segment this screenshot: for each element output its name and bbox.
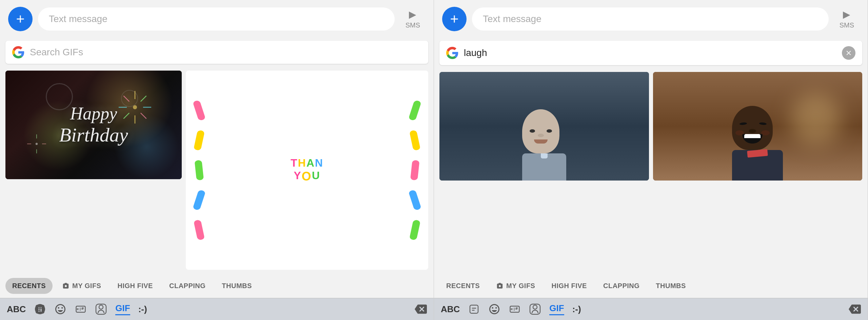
sms-label-right: SMS [840, 21, 854, 29]
svg-point-30 [533, 305, 537, 309]
tab-recents-right[interactable]: RECENTS [439, 278, 487, 294]
bitmoji-key-right[interactable] [529, 303, 541, 315]
tab-high-five-right[interactable]: HIGH FIVE [545, 278, 594, 294]
send-arrow-right: ▶ [843, 9, 850, 20]
backspace-icon-right [849, 303, 861, 315]
smiley-icon-left [54, 303, 66, 315]
message-input-left[interactable]: Text message [38, 7, 395, 31]
svg-line-5 [141, 113, 146, 119]
message-input-right[interactable]: Text message [472, 7, 829, 31]
thank-you-gif[interactable]: THAN YOU [186, 71, 428, 270]
keyboard-row-left: ABC [0, 298, 434, 320]
backspace-key-right[interactable] [849, 303, 861, 315]
google-g-icon-right [446, 47, 458, 59]
smiley-icon-right [488, 303, 500, 315]
camera-icon-right [496, 282, 504, 290]
svg-rect-23 [409, 220, 421, 240]
svg-rect-17 [193, 190, 206, 210]
sticker-key-left[interactable] [34, 303, 46, 315]
svg-rect-20 [409, 130, 421, 151]
send-arrow-left: ▶ [409, 9, 416, 20]
bitmoji-icon-left [95, 303, 107, 315]
sticker-icon-right [468, 303, 480, 315]
svg-rect-16 [195, 160, 204, 180]
gif-grid-right [434, 68, 868, 274]
sms-button-right[interactable]: ▶ SMS [834, 6, 860, 32]
emoticon-key-left[interactable]: :-) [138, 304, 147, 315]
message-placeholder-right: Text message [483, 14, 541, 24]
plus-icon-right [448, 13, 460, 25]
svg-rect-29 [510, 306, 519, 312]
google-g-icon-left [12, 46, 24, 58]
sticker-key-right[interactable] [468, 303, 480, 315]
svg-rect-28 [470, 305, 478, 313]
gif-key-left[interactable]: GIF [115, 303, 130, 315]
svg-point-13 [36, 143, 38, 145]
sticker-icon-left [34, 303, 46, 315]
tab-recents-left[interactable]: RECENTS [5, 278, 53, 294]
add-button-left[interactable] [8, 7, 33, 31]
panel-left: Text message ▶ SMS Search GIFs Happy [0, 0, 434, 320]
top-bar-left: Text message ▶ SMS [0, 0, 434, 38]
emoticon-key-right[interactable]: :-) [572, 304, 581, 315]
plus-icon [14, 13, 26, 25]
bitmoji-key-left[interactable] [95, 303, 107, 315]
gif-sticker-icon-left [75, 303, 87, 315]
svg-rect-15 [194, 130, 205, 151]
close-icon-right [845, 49, 852, 57]
tab-clapping-right[interactable]: CLAPPING [596, 278, 646, 294]
svg-rect-21 [410, 160, 420, 180]
tab-clapping-left[interactable]: CLAPPING [162, 278, 212, 294]
abc-key-left[interactable]: ABC [7, 304, 26, 315]
camera-icon-left [62, 282, 70, 290]
backspace-key-left[interactable] [415, 303, 427, 315]
gif-search-value-right: laugh [464, 48, 836, 58]
gif-sticker-key-right[interactable] [509, 303, 521, 315]
bitmoji-icon-right [529, 303, 541, 315]
emoji-key-left[interactable] [54, 303, 66, 315]
svg-rect-25 [76, 306, 85, 312]
gif-search-bar-right[interactable]: laugh [439, 41, 862, 65]
gif-key-right[interactable]: GIF [549, 303, 564, 315]
gif-small-col-left: THAN YOU [186, 71, 428, 270]
tab-my-gifs-left[interactable]: MY GIFS [55, 278, 108, 294]
gif-search-bar-left[interactable]: Search GIFs [5, 41, 428, 64]
gif-sticker-key-left[interactable] [75, 303, 87, 315]
tab-thumbs-right[interactable]: THUMBS [649, 278, 693, 294]
svg-rect-19 [408, 100, 421, 121]
emoticon-label-right: :-) [572, 304, 581, 315]
svg-point-26 [99, 305, 103, 309]
panel-right: Text message ▶ SMS laugh [434, 0, 868, 320]
keyboard-row-right: ABC GIF [434, 298, 868, 320]
emoticon-label-left: :-) [138, 304, 147, 315]
tab-thumbs-left[interactable]: THUMBS [215, 278, 259, 294]
emoji-key-right[interactable] [488, 303, 500, 315]
top-bar-right: Text message ▶ SMS [434, 0, 868, 38]
tab-high-five-left[interactable]: HIGH FIVE [111, 278, 160, 294]
abc-key-right[interactable]: ABC [441, 304, 460, 315]
gif-sticker-icon-right [509, 303, 521, 315]
gif-grid-left: Happy Birthday [0, 67, 434, 274]
sms-label-left: SMS [406, 21, 420, 29]
backspace-icon-left [415, 303, 427, 315]
svg-rect-18 [194, 220, 205, 240]
tab-my-gifs-right[interactable]: MY GIFS [489, 278, 542, 294]
category-tabs-right: RECENTS MY GIFS HIGH FIVE CLAPPING THUMB… [434, 274, 868, 298]
shaq-laugh-gif[interactable] [653, 72, 863, 181]
dr-evil-gif[interactable] [439, 72, 649, 181]
clear-search-button-right[interactable] [842, 46, 855, 60]
message-placeholder-left: Text message [49, 14, 107, 24]
sms-button-left[interactable]: ▶ SMS [400, 6, 426, 32]
happy-birthday-gif[interactable]: Happy Birthday [5, 71, 182, 179]
svg-line-6 [141, 96, 146, 101]
svg-rect-22 [408, 190, 421, 210]
category-tabs-left: RECENTS MY GIFS HIGH FIVE CLAPPING THUMB… [0, 274, 434, 298]
add-button-right[interactable] [442, 7, 467, 31]
svg-rect-14 [193, 100, 206, 121]
gif-search-placeholder-left: Search GIFs [30, 47, 421, 58]
